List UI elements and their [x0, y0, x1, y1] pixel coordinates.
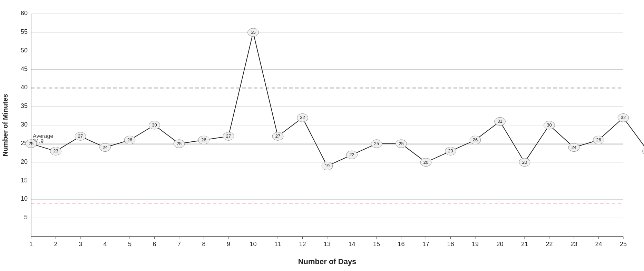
svg-text:23: 23	[570, 241, 577, 248]
svg-text:Number of Minutes: Number of Minutes	[1, 94, 9, 156]
svg-text:3: 3	[79, 241, 82, 248]
svg-text:25: 25	[177, 141, 182, 146]
svg-text:26: 26	[127, 137, 132, 142]
svg-text:4: 4	[103, 241, 107, 248]
svg-text:7: 7	[177, 241, 181, 248]
svg-text:17: 17	[422, 241, 429, 248]
svg-text:32: 32	[621, 115, 626, 120]
svg-text:35: 35	[21, 102, 28, 109]
svg-text:1: 1	[29, 241, 33, 248]
svg-text:60: 60	[21, 10, 28, 17]
svg-text:27: 27	[226, 133, 231, 139]
svg-text:30: 30	[152, 122, 157, 128]
svg-text:55: 55	[21, 28, 28, 35]
svg-text:30: 30	[547, 122, 552, 128]
chart-container: 5101520253035404550556012345678910111213…	[0, 0, 644, 271]
svg-text:11: 11	[274, 241, 281, 248]
svg-text:2: 2	[54, 241, 57, 248]
svg-text:24: 24	[572, 145, 576, 150]
svg-text:23: 23	[53, 148, 58, 153]
svg-text:26: 26	[473, 137, 478, 142]
svg-text:8: 8	[202, 241, 205, 248]
svg-text:24: 24	[103, 145, 107, 150]
svg-text:Number of Days: Number of Days	[298, 257, 357, 266]
svg-text:15: 15	[373, 241, 380, 248]
svg-text:23: 23	[448, 148, 453, 153]
svg-text:20: 20	[21, 158, 28, 165]
svg-text:31: 31	[497, 119, 502, 124]
svg-text:25: 25	[374, 141, 379, 146]
svg-text:26: 26	[596, 137, 601, 142]
svg-text:24: 24	[595, 241, 602, 248]
svg-text:40: 40	[21, 84, 28, 91]
svg-text:32: 32	[300, 115, 305, 120]
svg-text:30: 30	[21, 121, 28, 128]
svg-text:22: 22	[546, 241, 553, 248]
svg-text:5: 5	[128, 241, 131, 248]
line-chart: 5101520253035404550556012345678910111213…	[0, 0, 644, 271]
svg-text:19: 19	[325, 163, 330, 168]
svg-text:25: 25	[399, 141, 403, 146]
svg-text:10: 10	[21, 195, 28, 202]
svg-text:5: 5	[24, 214, 28, 221]
svg-text:27: 27	[275, 133, 280, 139]
svg-text:50: 50	[21, 47, 28, 54]
svg-text:13: 13	[324, 241, 331, 248]
svg-text:10: 10	[250, 241, 256, 248]
svg-text:16: 16	[398, 241, 404, 248]
svg-text:15: 15	[21, 177, 28, 184]
svg-text:22: 22	[349, 152, 354, 157]
svg-text:21: 21	[521, 241, 528, 248]
svg-text:18: 18	[447, 241, 454, 248]
svg-text:14: 14	[348, 241, 355, 248]
svg-text:26: 26	[201, 137, 206, 142]
svg-text:20: 20	[423, 160, 428, 165]
svg-text:9: 9	[227, 241, 230, 248]
svg-text:20: 20	[496, 241, 503, 248]
svg-text:12: 12	[299, 241, 306, 248]
svg-text:25: 25	[620, 241, 627, 248]
svg-text:20: 20	[522, 160, 527, 165]
svg-text:19: 19	[472, 241, 479, 248]
svg-text:27: 27	[78, 133, 83, 139]
svg-text:6: 6	[153, 241, 156, 248]
svg-text:55: 55	[251, 30, 255, 35]
svg-text:45: 45	[21, 66, 28, 72]
